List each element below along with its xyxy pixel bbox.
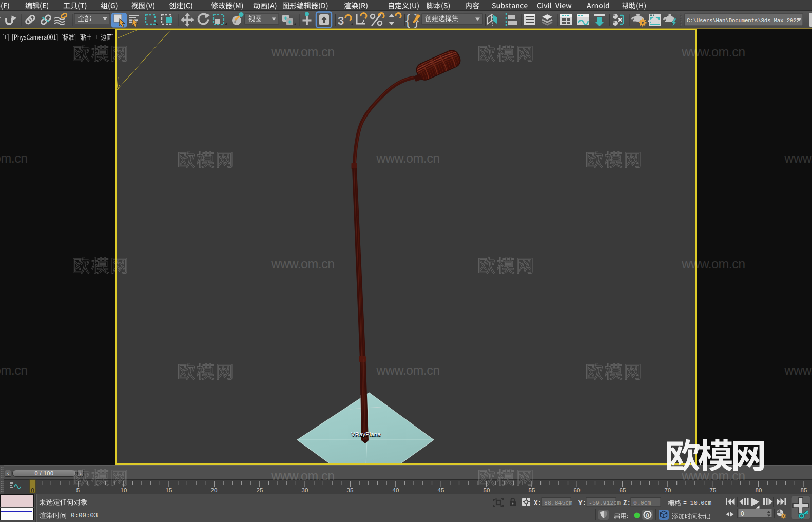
svg-text:70: 70 bbox=[665, 487, 671, 493]
svg-text:3: 3 bbox=[338, 14, 344, 27]
svg-text:85: 85 bbox=[801, 487, 807, 493]
svg-text:30: 30 bbox=[302, 487, 308, 493]
svg-text:X:: X: bbox=[534, 500, 542, 507]
svg-text:60: 60 bbox=[574, 487, 581, 493]
svg-text:25: 25 bbox=[257, 487, 263, 493]
svg-text:75: 75 bbox=[710, 487, 717, 493]
svg-text:0.0cm: 0.0cm bbox=[633, 499, 651, 506]
svg-text:0: 0 bbox=[31, 487, 34, 493]
svg-text:35: 35 bbox=[347, 487, 354, 493]
svg-text:40: 40 bbox=[393, 487, 399, 493]
svg-text:0: 0 bbox=[646, 512, 649, 518]
svg-text:80: 80 bbox=[756, 487, 762, 493]
svg-text:-59.912cm: -59.912cm bbox=[589, 499, 621, 506]
svg-text:Y:: Y: bbox=[578, 500, 586, 507]
svg-text:C:\Users\Han\Documents\3ds Max: C:\Users\Han\Documents\3ds Max 2022 bbox=[687, 17, 800, 24]
svg-text:{: { bbox=[405, 12, 410, 28]
svg-text:0: 0 bbox=[741, 510, 744, 517]
svg-text:45: 45 bbox=[438, 487, 444, 493]
svg-text:88.845cm: 88.845cm bbox=[544, 499, 572, 506]
svg-text:15: 15 bbox=[166, 487, 172, 493]
svg-text:65: 65 bbox=[620, 487, 626, 493]
svg-text:20: 20 bbox=[211, 487, 218, 493]
svg-text:Z:: Z: bbox=[623, 500, 631, 507]
